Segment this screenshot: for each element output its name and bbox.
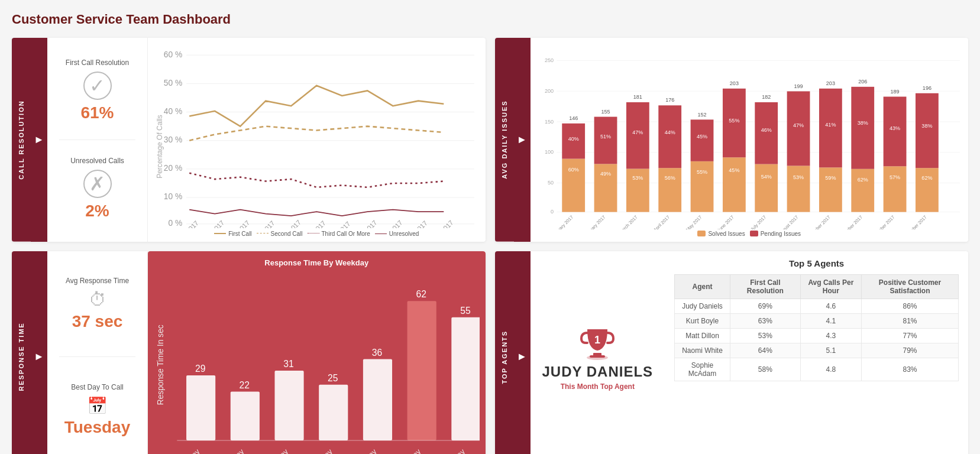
svg-text:182: 182	[762, 94, 771, 100]
svg-text:Wednesday: Wednesday	[255, 446, 290, 454]
svg-text:Jun 2017: Jun 2017	[303, 219, 327, 228]
best-day-label: Best Day To Call	[59, 383, 135, 391]
timer-icon: ⏱	[59, 290, 135, 310]
legend-first-call: First Call	[214, 231, 251, 237]
svg-rect-113	[231, 391, 260, 440]
svg-text:49%: 49%	[600, 171, 610, 177]
table-cell-fcr: 58%	[730, 358, 800, 381]
response-time-content: Avg Response Time ⏱ 37 sec Best Day To C…	[47, 251, 486, 454]
svg-text:Sep 2017: Sep 2017	[379, 219, 403, 228]
avg-daily-legend: Solved Issues Pending Issues	[535, 231, 964, 237]
top-agents-label: TOP AGENTS	[495, 251, 514, 454]
svg-text:Tuesday: Tuesday	[219, 446, 246, 454]
svg-text:August 2017: August 2017	[777, 215, 799, 229]
svg-text:March 2017: March 2017	[617, 215, 638, 229]
svg-text:Percentage Of Calls: Percentage Of Calls	[156, 115, 164, 179]
svg-text:189: 189	[890, 89, 899, 95]
svg-text:July 2017: July 2017	[749, 215, 767, 229]
table-cell-calls_per_hour: 4.3	[800, 328, 861, 343]
svg-text:May 2017: May 2017	[277, 219, 302, 228]
svg-rect-73	[787, 166, 810, 212]
svg-rect-49	[626, 102, 649, 169]
legend-third-call: Third Call Or More	[308, 231, 370, 237]
table-cell-fcr: 69%	[730, 299, 800, 313]
call-resolution-content: First Call Resolution ✓ 61% Unresolved C…	[47, 38, 486, 242]
col-fcr: First Call Resolution	[730, 274, 800, 299]
svg-text:206: 206	[858, 79, 867, 85]
svg-text:Mar 2017: Mar 2017	[226, 219, 251, 228]
dashboard-grid: CALL RESOLUTION ► First Call Resolution …	[12, 38, 968, 454]
table-cell-calls_per_hour: 5.1	[800, 343, 861, 358]
svg-rect-69	[755, 102, 778, 164]
first-call-resolution-card: First Call Resolution ✓ 61%	[54, 53, 140, 128]
check-icon: ✓	[83, 72, 112, 100]
svg-text:25: 25	[328, 372, 338, 382]
table-cell-fcr: 63%	[730, 313, 800, 328]
agents-table-section: Top 5 Agents Agent First Call Resolution…	[665, 251, 968, 454]
svg-rect-59	[690, 119, 713, 161]
svg-text:50 %: 50 %	[164, 79, 182, 87]
top-agent-name: JUDY DANIELS	[542, 364, 654, 380]
svg-rect-117	[319, 384, 348, 440]
svg-rect-74	[787, 91, 810, 166]
svg-text:55: 55	[460, 305, 471, 315]
first-call-resolution-label: First Call Resolution	[59, 59, 135, 67]
table-cell-agent: Sophie McAdam	[675, 358, 730, 381]
table-cell-satisfaction: 81%	[862, 313, 959, 328]
svg-text:155: 155	[601, 109, 610, 115]
svg-text:Nov 2017: Nov 2017	[429, 219, 454, 228]
svg-rect-63	[722, 157, 745, 212]
line-chart-area: 60 % 50 % 40 % 30 % 20 % 10 % 0 % Percen…	[148, 38, 486, 242]
x-icon: ✗	[83, 170, 112, 198]
svg-text:44%: 44%	[664, 129, 675, 135]
table-cell-calls_per_hour: 4.1	[800, 313, 861, 328]
table-cell-satisfaction: 79%	[862, 343, 959, 358]
best-day-value: Tuesday	[59, 418, 135, 437]
avg-response-time-label: Avg Response Time	[59, 277, 135, 285]
svg-text:59%: 59%	[825, 175, 836, 181]
response-time-stats: Avg Response Time ⏱ 37 sec Best Day To C…	[47, 251, 148, 454]
top-agents-content: 1 JUDY DANIELS This Month Top Agent Top …	[531, 251, 969, 454]
svg-text:46%: 46%	[761, 127, 771, 133]
legend-second-call: Second Call	[257, 231, 303, 237]
svg-text:November 2017: November 2017	[869, 215, 895, 229]
svg-text:36: 36	[372, 347, 383, 357]
avg-daily-arrow: ►	[514, 38, 531, 242]
svg-text:Saturday: Saturday	[395, 446, 423, 454]
svg-text:29: 29	[195, 364, 205, 374]
dashboard-title: Customer Service Team Dashboard	[12, 12, 968, 27]
line-chart: 60 % 50 % 40 % 30 % 20 % 10 % 0 % Percen…	[154, 45, 480, 228]
table-cell-satisfaction: 86%	[862, 299, 959, 313]
trophy-icon: 1	[577, 322, 618, 364]
line-chart-legend: First Call Second Call Third Call Or Mor…	[154, 231, 480, 237]
response-bar-chart: Response Time By Weekday Response Time I…	[148, 251, 486, 454]
top-agent-subtitle: This Month Top Agent	[561, 382, 635, 391]
col-calls-per-hour: Avg Calls Per Hour	[800, 274, 861, 299]
svg-rect-83	[851, 169, 874, 212]
table-row: Matt Dillon53%4.377%	[675, 328, 959, 343]
table-row: Naomi White64%5.179%	[675, 343, 959, 358]
svg-text:Friday: Friday	[357, 446, 379, 454]
table-cell-satisfaction: 77%	[862, 328, 959, 343]
svg-text:38%: 38%	[921, 123, 932, 129]
svg-rect-84	[851, 87, 874, 169]
svg-text:Thursday: Thursday	[306, 446, 335, 454]
svg-text:20 %: 20 %	[164, 164, 182, 173]
avg-response-time-card: Avg Response Time ⏱ 37 sec	[54, 271, 140, 337]
unresolved-calls-card: Unresolved Calls ✗ 2%	[54, 151, 140, 226]
table-row: Kurt Boyle63%4.181%	[675, 313, 959, 328]
svg-text:Aug 2017: Aug 2017	[353, 219, 378, 228]
svg-text:43%: 43%	[890, 125, 900, 131]
table-cell-agent: Matt Dillon	[675, 328, 730, 343]
legend-unresolved: Unresolved	[375, 231, 419, 237]
call-resolution-label: CALL RESOLUTION	[12, 38, 31, 242]
svg-text:152: 152	[697, 112, 706, 118]
svg-rect-88	[883, 166, 906, 212]
svg-text:199: 199	[794, 83, 803, 89]
svg-text:47%: 47%	[793, 122, 803, 128]
calendar-icon: 📅	[59, 396, 135, 416]
call-resolution-stats: First Call Resolution ✓ 61% Unresolved C…	[47, 38, 148, 242]
svg-text:57%: 57%	[890, 174, 900, 180]
svg-text:38%: 38%	[857, 120, 868, 126]
svg-rect-44	[594, 117, 617, 164]
